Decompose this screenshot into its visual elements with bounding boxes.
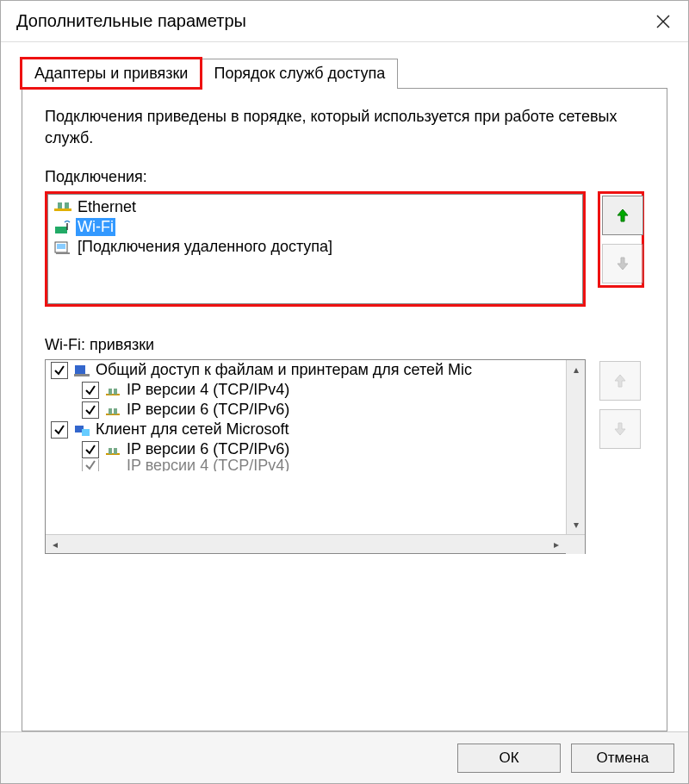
svg-rect-10 [75, 365, 85, 374]
arrow-up-icon [611, 372, 629, 389]
svg-rect-11 [74, 374, 90, 376]
svg-rect-22 [114, 448, 117, 454]
tab-provider-order[interactable]: Порядок служб доступа [201, 59, 398, 89]
checkbox[interactable] [82, 401, 99, 419]
move-up-button[interactable] [602, 196, 643, 235]
binding-item-ipv6[interactable]: IP версии 6 (TCP/IPv6) [46, 400, 585, 420]
arrow-down-icon [614, 255, 631, 272]
content-area: Адаптеры и привязки Порядок служб доступ… [1, 42, 688, 731]
binding-label: IP версии 6 (TCP/IPv6) [127, 401, 289, 419]
close-button[interactable] [643, 2, 683, 41]
scroll-right-icon[interactable]: ▸ [547, 535, 566, 553]
binding-move-up-button[interactable] [599, 361, 641, 401]
svg-rect-3 [58, 202, 62, 208]
connections-label: Подключения: [45, 168, 644, 186]
vertical-scrollbar[interactable]: ▴ ▾ [566, 360, 585, 534]
connection-item-dialup[interactable]: [Подключения удаленного доступа] [48, 237, 582, 257]
client-icon [73, 423, 90, 437]
binding-item-ipv6-2[interactable]: IP версии 6 (TCP/IPv6) [46, 439, 585, 459]
binding-item-file-sharing[interactable]: Общий доступ к файлам и принтерам для се… [46, 360, 585, 380]
scroll-down-icon[interactable]: ▾ [567, 515, 585, 534]
tab-adapters-bindings[interactable]: Адаптеры и привязки [22, 59, 201, 89]
dialup-icon [53, 240, 72, 255]
binding-label: IP версии 4 (TCP/IPv4) [127, 459, 289, 471]
description-text: Подключения приведены в порядке, который… [45, 106, 644, 149]
protocol-icon [104, 443, 121, 457]
binding-item-ipv4-2[interactable]: IP версии 4 (TCP/IPv4) [46, 459, 585, 471]
svg-rect-9 [56, 252, 70, 254]
checkbox[interactable] [51, 421, 68, 439]
wifi-adapter-icon [53, 220, 72, 235]
connection-item-wifi[interactable]: Wi-Fi [48, 217, 582, 237]
checkbox[interactable] [82, 459, 99, 471]
bindings-tree: Общий доступ к файлам и принтерам для се… [46, 360, 585, 534]
checkbox[interactable] [82, 382, 99, 399]
checkbox[interactable] [82, 441, 99, 458]
horizontal-scrollbar[interactable]: ◂ ▸ [46, 534, 585, 553]
svg-rect-19 [82, 429, 90, 436]
svg-rect-8 [57, 244, 65, 249]
connections-row: Ethernet Wi-Fi [Подключени [45, 191, 644, 307]
bindings-row: Общий доступ к файлам и принтерам для се… [45, 359, 644, 554]
binding-item-ipv4[interactable]: IP версии 4 (TCP/IPv4) [46, 380, 585, 400]
server-icon [73, 364, 90, 377]
svg-rect-16 [109, 408, 112, 414]
connection-item-ethernet[interactable]: Ethernet [48, 197, 582, 217]
svg-rect-14 [114, 389, 117, 395]
tab-label: Порядок служб доступа [214, 65, 385, 82]
connection-label: [Подключения удаленного доступа] [76, 238, 334, 256]
bindings-label: Wi-Fi: привязки [45, 336, 644, 354]
move-down-button[interactable] [602, 244, 643, 283]
protocol-icon [104, 403, 121, 417]
bindings-arrow-column [598, 359, 644, 451]
binding-label: Общий доступ к файлам и принтерам для се… [96, 361, 472, 379]
protocol-icon [104, 383, 121, 397]
binding-label: IP версии 6 (TCP/IPv6) [127, 440, 289, 458]
checkbox[interactable] [51, 362, 68, 379]
window-title: Дополнительные параметры [16, 11, 643, 31]
svg-rect-5 [55, 227, 67, 233]
titlebar: Дополнительные параметры [1, 1, 688, 42]
scroll-up-icon[interactable]: ▴ [567, 360, 585, 379]
svg-rect-2 [54, 208, 71, 211]
binding-item-client-microsoft[interactable]: Клиент для сетей Microsoft [46, 420, 585, 439]
ok-button[interactable]: ОК [457, 744, 561, 773]
connection-arrows-highlight-annotation [598, 191, 644, 288]
dialog-footer: ОК Отмена [1, 731, 688, 783]
scroll-left-icon[interactable]: ◂ [46, 535, 65, 553]
connections-highlight-annotation: Ethernet Wi-Fi [Подключени [45, 191, 586, 307]
close-icon [656, 15, 670, 28]
dialog-window: Дополнительные параметры Адаптеры и прив… [0, 0, 689, 784]
ethernet-icon [53, 200, 72, 215]
binding-move-down-button[interactable] [599, 409, 641, 449]
svg-rect-13 [109, 389, 112, 395]
tab-label: Адаптеры и привязки [34, 65, 188, 82]
connections-list[interactable]: Ethernet Wi-Fi [Подключени [47, 194, 583, 304]
tab-panel: Подключения приведены в порядке, который… [22, 88, 667, 731]
connection-label: Ethernet [76, 198, 138, 216]
tab-strip: Адаптеры и привязки Порядок служб доступ… [22, 58, 667, 88]
svg-rect-17 [114, 408, 117, 414]
bindings-list[interactable]: Общий доступ к файлам и принтерам для се… [45, 359, 586, 554]
svg-rect-21 [109, 448, 112, 454]
binding-label: Клиент для сетей Microsoft [96, 420, 289, 439]
connection-label: Wi-Fi [76, 218, 115, 236]
cancel-button[interactable]: Отмена [571, 744, 674, 773]
binding-label: IP версии 4 (TCP/IPv4) [127, 381, 289, 399]
protocol-icon [104, 459, 121, 471]
arrow-down-icon [611, 420, 629, 438]
svg-rect-4 [65, 202, 69, 208]
arrow-up-icon [614, 207, 631, 224]
